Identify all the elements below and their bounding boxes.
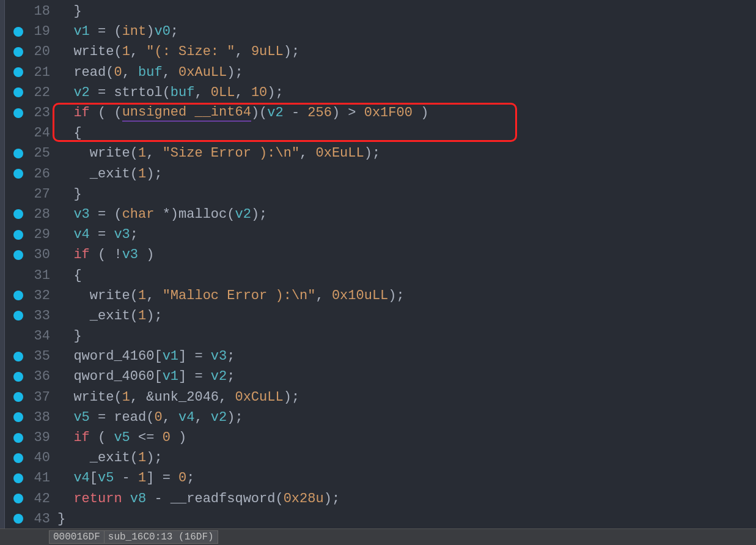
- code-line[interactable]: v4 = v3;: [55, 224, 756, 245]
- code-line[interactable]: v4[v5 - 1] = 0;: [55, 468, 756, 488]
- code-line[interactable]: write(1, &unk_2046, 0xCuLL);: [55, 387, 756, 407]
- breakpoint-dot-icon[interactable]: [13, 453, 23, 463]
- gutter-row[interactable]: 21: [5, 62, 55, 83]
- code-token: 1: [138, 450, 146, 465]
- code-line[interactable]: {: [55, 265, 756, 285]
- code-token: ;: [227, 369, 235, 384]
- code-line[interactable]: }: [55, 1, 756, 21]
- gutter-row[interactable]: 26: [5, 164, 55, 184]
- code-line[interactable]: qword_4060[v1] = v2;: [55, 366, 756, 387]
- breakpoint-dot-icon[interactable]: [13, 47, 23, 57]
- code-token: 9uLL: [251, 44, 284, 59]
- breakpoint-dot-icon[interactable]: [13, 27, 23, 37]
- gutter-row[interactable]: 40: [5, 448, 55, 468]
- gutter-row[interactable]: 41: [5, 468, 55, 488]
- code-line[interactable]: v5 = read(0, v4, v2);: [55, 407, 756, 428]
- gutter-row[interactable]: 42: [5, 489, 55, 509]
- breakpoint-dot-icon[interactable]: [13, 352, 23, 361]
- code-token: 10: [251, 85, 267, 100]
- code-token: );: [227, 65, 243, 80]
- breakpoint-dot-icon[interactable]: [13, 209, 23, 219]
- breakpoint-dot-icon[interactable]: [13, 372, 23, 382]
- line-number: 33: [34, 308, 50, 324]
- breakpoint-dot-icon[interactable]: [13, 169, 23, 179]
- gutter-row[interactable]: 43: [5, 509, 55, 529]
- code-line[interactable]: qword_4160[v1] = v3;: [55, 346, 756, 366]
- code-token: );: [267, 85, 283, 100]
- code-line[interactable]: v1 = (int)v0;: [55, 21, 756, 42]
- gutter-row[interactable]: 39: [5, 428, 55, 448]
- code-line[interactable]: {: [55, 123, 756, 143]
- gutter-row[interactable]: 18: [5, 1, 55, 21]
- code-token: 0: [154, 410, 162, 425]
- code-token: buf: [138, 65, 163, 80]
- breakpoint-dot-icon[interactable]: [13, 149, 23, 158]
- code-area[interactable]: } v1 = (int)v0; write(1, "(: Size: ", 9u…: [55, 0, 756, 528]
- code-token: );: [284, 44, 299, 59]
- gutter-row[interactable]: 35: [5, 346, 55, 366]
- line-number: 23: [34, 105, 50, 120]
- gutter-row[interactable]: 33: [5, 306, 55, 326]
- code-token: ;: [130, 227, 138, 242]
- code-token: v5: [114, 430, 130, 445]
- code-token: ] =: [178, 349, 211, 364]
- gutter-row[interactable]: 22: [5, 83, 55, 103]
- status-address: 000016DF: [49, 530, 105, 544]
- code-token: v1: [73, 24, 89, 39]
- code-line[interactable]: return v8 - __readfsqword(0x28u);: [55, 489, 756, 509]
- gutter-row[interactable]: 27: [5, 184, 55, 204]
- breakpoint-dot-icon[interactable]: [13, 291, 23, 300]
- breakpoint-dot-icon[interactable]: [13, 67, 23, 77]
- breakpoint-dot-icon[interactable]: [13, 230, 23, 240]
- breakpoint-dot-icon[interactable]: [13, 473, 23, 483]
- code-token: 0xEuLL: [315, 146, 364, 161]
- gutter-row[interactable]: 28: [5, 204, 55, 224]
- code-line[interactable]: v2 = strtol(buf, 0LL, 10);: [55, 83, 756, 103]
- line-number-gutter[interactable]: 1819202122232425262728293031323334353637…: [5, 0, 55, 528]
- gutter-row[interactable]: 30: [5, 245, 55, 265]
- code-line[interactable]: read(0, buf, 0xAuLL);: [55, 62, 756, 83]
- code-token: int: [122, 24, 147, 39]
- breakpoint-dot-icon[interactable]: [13, 392, 23, 402]
- code-line[interactable]: _exit(1);: [55, 448, 756, 468]
- code-line[interactable]: if ( (unsigned __int64)(v2 - 256) > 0x1F…: [55, 103, 756, 123]
- gutter-row[interactable]: 24: [5, 123, 55, 143]
- code-token: v1: [163, 349, 178, 364]
- code-line[interactable]: write(1, "(: Size: ", 9uLL);: [55, 42, 756, 62]
- gutter-row[interactable]: 29: [5, 224, 55, 245]
- gutter-row[interactable]: 37: [5, 387, 55, 407]
- code-line[interactable]: write(1, "Size Error ):\n", 0xEuLL);: [55, 143, 756, 163]
- gutter-row[interactable]: 25: [5, 143, 55, 163]
- gutter-row[interactable]: 31: [5, 265, 55, 285]
- breakpoint-dot-icon[interactable]: [13, 311, 23, 321]
- line-number: 26: [34, 166, 50, 182]
- gutter-row[interactable]: 20: [5, 42, 55, 62]
- code-line[interactable]: v3 = (char *)malloc(v2);: [55, 204, 756, 224]
- code-token: }: [57, 187, 82, 202]
- code-line[interactable]: }: [55, 509, 756, 529]
- code-line[interactable]: _exit(1);: [55, 306, 756, 326]
- breakpoint-dot-icon[interactable]: [13, 412, 23, 422]
- gutter-row[interactable]: 36: [5, 366, 55, 387]
- code-line[interactable]: if ( !v3 ): [55, 245, 756, 265]
- breakpoint-dot-icon[interactable]: [13, 494, 23, 503]
- gutter-row[interactable]: 38: [5, 407, 55, 428]
- breakpoint-dot-icon[interactable]: [13, 87, 23, 97]
- line-number: 39: [34, 430, 50, 445]
- gutter-row[interactable]: 23: [5, 103, 55, 123]
- breakpoint-dot-icon[interactable]: [13, 250, 23, 260]
- code-token: <=: [130, 430, 163, 445]
- code-line[interactable]: if ( v5 <= 0 ): [55, 428, 756, 448]
- code-line[interactable]: }: [55, 326, 756, 346]
- breakpoint-dot-icon[interactable]: [13, 433, 23, 443]
- code-line[interactable]: _exit(1);: [55, 164, 756, 184]
- gutter-row[interactable]: 32: [5, 286, 55, 306]
- code-token: ,: [122, 65, 138, 80]
- breakpoint-dot-icon[interactable]: [13, 514, 23, 524]
- code-line[interactable]: }: [55, 184, 756, 204]
- code-token: = (: [90, 24, 122, 39]
- gutter-row[interactable]: 19: [5, 21, 55, 42]
- breakpoint-dot-icon[interactable]: [13, 108, 23, 118]
- code-line[interactable]: write(1, "Malloc Error ):\n", 0x10uLL);: [55, 286, 756, 306]
- gutter-row[interactable]: 34: [5, 326, 55, 346]
